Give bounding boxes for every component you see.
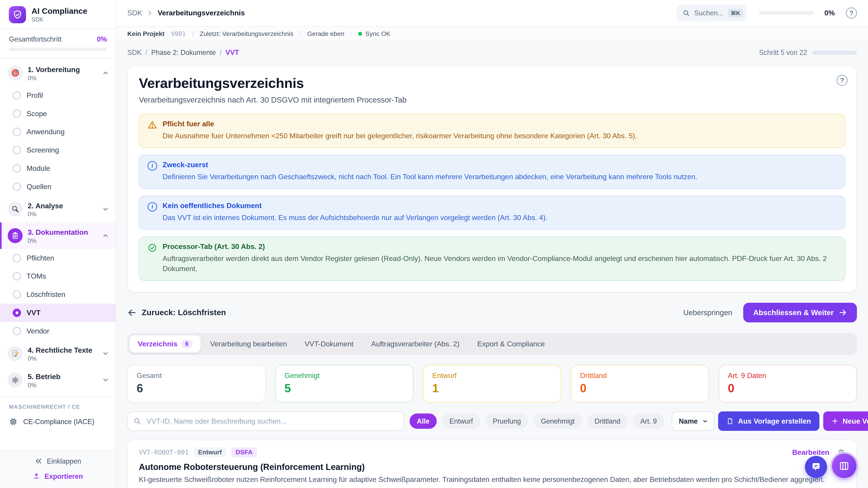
sidebar-section-analyse[interactable]: 2. Analyse 0%: [0, 196, 116, 223]
breadcrumb-current: Verarbeitungsverzeichnis: [158, 9, 245, 17]
topbar: SDK Verarbeitungsverzeichnis Suchen... ⌘…: [116, 0, 868, 27]
tab-vvt-dokument[interactable]: VVT-Dokument: [296, 335, 362, 353]
info-circle-icon: [148, 161, 157, 170]
breadcrumb-sdk[interactable]: SDK: [127, 48, 142, 57]
breadcrumb-root[interactable]: SDK: [127, 9, 142, 17]
alert-title: Kein oeffentliches Dokument: [162, 201, 548, 210]
stat-gesamt: Gesamt 6: [127, 365, 266, 402]
alert-text: Die Ausnahme fuer Unternehmen <250 Mitar…: [162, 131, 637, 141]
radio-empty-icon: [13, 254, 21, 262]
stat-value: 6: [136, 381, 256, 395]
help-icon[interactable]: [846, 7, 857, 19]
template-button-label: Aus Vorlage erstellen: [738, 417, 811, 425]
sidebar-section-vorbereitung[interactable]: 1. Vorbereitung 0%: [0, 60, 116, 86]
filter-chip-alle[interactable]: Alle: [410, 414, 437, 429]
tab-label: VVT-Dokument: [305, 340, 353, 348]
alert-success: Processor-Tab (Art. 30 Abs. 2) Auftragsv…: [139, 236, 845, 281]
stat-label: Gesamt: [136, 371, 256, 380]
back-button[interactable]: Zurueck: Löschfristen: [127, 308, 226, 318]
board-view-button[interactable]: [832, 454, 857, 478]
sort-select[interactable]: Name: [672, 412, 714, 431]
header-progress-value: 0%: [825, 9, 835, 17]
export-button[interactable]: Exportieren: [33, 473, 83, 480]
filter-chip-art9[interactable]: Art. 9: [633, 414, 664, 429]
sidebar-item-quellen[interactable]: Quellen: [0, 177, 116, 196]
collapse-sidebar-button[interactable]: Einklappen: [35, 457, 81, 465]
radio-empty-icon: [13, 164, 21, 173]
arrow-right-icon: [839, 308, 847, 317]
finish-next-button[interactable]: Abschliessen & Weiter: [743, 303, 857, 322]
filter-chip-pruefung[interactable]: Pruefung: [486, 414, 528, 429]
alert-info: Zweck-zuerst Definieren Sie Verarbeitung…: [139, 155, 845, 189]
sidebar-item-label: Module: [27, 164, 50, 173]
sidebar-item-vendor[interactable]: Vendor: [0, 322, 116, 340]
collapse-label: Einklappen: [47, 457, 81, 465]
entry-dsfa-badge: DSFA: [231, 447, 257, 457]
sync-status: Sync OK: [365, 30, 391, 37]
entry-description: KI-gesteuerte Schweißroboter nutzen Rein…: [139, 475, 845, 484]
tab-label: Verarbeitung bearbeiten: [210, 340, 287, 348]
export-label: Exportieren: [44, 473, 83, 480]
sidebar-item-label: TOMs: [27, 272, 46, 281]
breadcrumb-separator: /: [220, 48, 222, 57]
stat-label: Art. 9 Daten: [728, 371, 848, 380]
back-label: Zurueck: Löschfristen: [142, 308, 226, 317]
page-title: Verarbeitungsverzeichnis: [139, 75, 845, 91]
entry-search-input[interactable]: [127, 412, 404, 431]
new-processing-button[interactable]: Neue Verarbeitung: [823, 412, 868, 431]
global-search[interactable]: Suchen... ⌘K: [677, 5, 747, 21]
last-activity: Zuletzt: Verarbeitungsverzeichnis: [199, 30, 293, 37]
tab-verzeichnis[interactable]: Verzeichnis 6: [129, 335, 201, 353]
filter-chip-drittland[interactable]: Drittland: [587, 414, 628, 429]
entry-title: Autonome Robotersteuerung (Reinforcement…: [139, 462, 845, 472]
tab-auftragsverarbeiter[interactable]: Auftragsverarbeiter (Abs. 2): [363, 335, 468, 353]
create-from-template-button[interactable]: Aus Vorlage erstellen: [718, 412, 819, 431]
app-window: AI Compliance SDK Gesamtfortschritt 0% 1…: [0, 0, 868, 488]
sidebar-item-screening[interactable]: Screening: [0, 141, 116, 159]
chat-assistant-button[interactable]: [805, 456, 827, 478]
section-label: 2. Analyse: [28, 202, 63, 210]
overall-progress-label: Gesamtfortschritt: [9, 35, 61, 43]
section-progress: 0%: [28, 211, 97, 218]
stat-label: Drittland: [580, 371, 700, 380]
alert-text: Das VVT ist ein internes Dokument. Es mu…: [162, 213, 548, 223]
tab-verarbeitung-bearbeiten[interactable]: Verarbeitung bearbeiten: [202, 335, 295, 353]
stat-value: 0: [580, 381, 700, 395]
sidebar-section-dokumentation[interactable]: 3. Dokumentation 0%: [0, 222, 116, 249]
section-label: 3. Dokumentation: [28, 228, 88, 236]
sidebar-item-vvt[interactable]: VVT: [0, 304, 116, 322]
filter-chip-entwurf[interactable]: Entwurf: [442, 414, 480, 429]
machine-section-label: MASCHINENRECHT / CE: [0, 397, 116, 413]
sidebar-item-pflichten[interactable]: Pflichten: [0, 249, 116, 267]
tab-export-compliance[interactable]: Export & Compliance: [469, 335, 553, 353]
page-subtitle: Verarbeitungsverzeichnis nach Art. 30 DS…: [139, 96, 845, 104]
sidebar-item-scope[interactable]: Scope: [0, 105, 116, 123]
sidebar-item-anwendung[interactable]: Anwendung: [0, 123, 116, 141]
ce-item-label: CE-Compliance (IACE): [23, 418, 94, 426]
sidebar-item-loeschfristen[interactable]: Löschfristen: [0, 285, 116, 304]
help-icon[interactable]: [837, 75, 848, 86]
chevron-up-icon: [102, 232, 109, 239]
alert-title: Pflicht fuer alle: [162, 120, 637, 128]
sync-status-dot: [358, 32, 362, 36]
sidebar-section-betrieb[interactable]: 5. Betrieb 0%: [0, 367, 116, 393]
magnifier-icon: [8, 201, 23, 217]
breadcrumb-phase[interactable]: Phase 2: Dokumente: [151, 48, 216, 57]
floating-actions: [805, 454, 857, 478]
radio-empty-icon: [13, 146, 21, 154]
sidebar-item-module[interactable]: Module: [0, 159, 116, 177]
filter-chip-genehmigt[interactable]: Genehmigt: [534, 414, 582, 429]
sidebar-item-profil[interactable]: Profil: [0, 86, 116, 105]
breadcrumb-vvt: VVT: [225, 48, 239, 57]
stat-value: 1: [432, 381, 552, 395]
sidebar-section-rechtliche-texte[interactable]: 4. Rechtliche Texte 0%: [0, 340, 116, 367]
entry-status-badge: Entwurf: [194, 447, 226, 457]
skip-button[interactable]: Ueberspringen: [683, 308, 733, 317]
entry-search: [127, 412, 404, 431]
main-area: SDK Verarbeitungsverzeichnis Suchen... ⌘…: [116, 0, 868, 488]
memo-icon: [8, 346, 23, 361]
stat-art9: Art. 9 Daten 0: [719, 365, 857, 402]
filter-bar: Alle Entwurf Pruefung Genehmigt Drittlan…: [127, 412, 857, 431]
sidebar-item-ce-compliance[interactable]: CE-Compliance (IACE): [0, 413, 116, 431]
sidebar-item-toms[interactable]: TOMs: [0, 267, 116, 286]
